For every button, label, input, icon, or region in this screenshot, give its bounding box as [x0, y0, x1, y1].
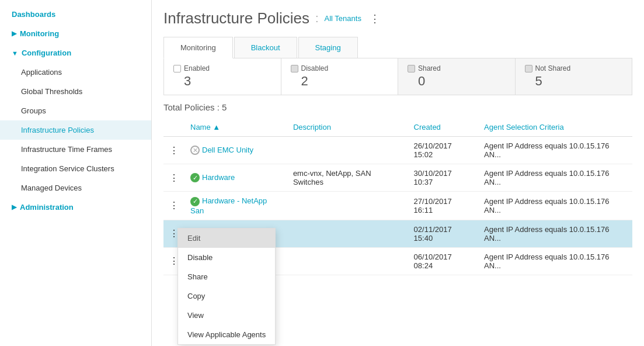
policy-agent: Agent IP Address equals 10.0.15.176 AN..…: [478, 192, 632, 220]
not-shared-label: Not Shared: [535, 64, 571, 72]
monitoring-arrow: ▶: [12, 30, 16, 37]
configuration-arrow: ▼: [12, 50, 18, 57]
managed-devices-label: Managed Devices: [21, 184, 82, 192]
col-created: Created: [408, 118, 478, 137]
row-dots-button[interactable]: ⋮: [163, 137, 185, 164]
col-agent-selection: Agent Selection Criteria: [478, 118, 632, 137]
main-content: Infrastructure Policies : All Tenants ⋮ …: [152, 0, 644, 346]
context-menu-disable[interactable]: Disable: [178, 248, 275, 267]
shared-label: Shared: [418, 64, 441, 72]
policy-created: 26/10/2017 15:02: [408, 137, 478, 164]
policy-created: 30/10/2017 10:37: [408, 164, 478, 192]
policy-description: [287, 247, 408, 275]
tenant-badge[interactable]: All Tenants: [325, 14, 361, 23]
policy-name-cell: ✓Hardware: [185, 164, 287, 192]
page-header: Infrastructure Policies : All Tenants ⋮: [163, 9, 632, 27]
tab-monitoring[interactable]: Monitoring: [163, 37, 233, 58]
tab-staging[interactable]: Staging: [298, 37, 358, 58]
row-dots-button[interactable]: ⋮: [163, 164, 185, 192]
groups-label: Groups: [21, 106, 46, 115]
sidebar-item-integration-service-clusters[interactable]: Integration Service Clusters: [0, 159, 151, 178]
status-enabled-icon: ✓: [190, 173, 200, 182]
policy-agent: Agent IP Address equals 10.0.15.176 AN..…: [478, 137, 632, 164]
sidebar-item-managed-devices[interactable]: Managed Devices: [0, 178, 151, 198]
monitoring-label: Monitoring: [20, 29, 59, 38]
sidebar-item-infrastructure-policies[interactable]: Infrastructure Policies: [0, 120, 151, 140]
sidebar-item-dashboards[interactable]: Dashboards: [0, 5, 151, 24]
infrastructure-time-frames-label: Infrastructure Time Frames: [21, 145, 112, 154]
status-enabled-icon: ✓: [190, 197, 200, 206]
global-thresholds-label: Global Thresholds: [21, 87, 82, 96]
total-policies: Total Policies : 5: [163, 102, 632, 112]
col-description: Description: [287, 118, 408, 137]
more-options-icon[interactable]: ⋮: [370, 12, 380, 25]
table-row: ⋮✓Hardwareemc-vnx, NetApp, SAN Switches3…: [163, 164, 632, 192]
sidebar-item-global-thresholds[interactable]: Global Thresholds: [0, 82, 151, 101]
sidebar-item-configuration[interactable]: ▼ Configuration: [0, 43, 151, 63]
policy-description: [287, 220, 408, 247]
context-menu-edit[interactable]: Edit: [178, 229, 275, 248]
administration-label: Administration: [20, 203, 74, 212]
applications-label: Applications: [21, 68, 62, 77]
policy-agent: Agent IP Address equals 10.0.15.176 AN..…: [478, 220, 632, 247]
sidebar-item-groups[interactable]: Groups: [0, 101, 151, 120]
disabled-icon: [291, 65, 298, 72]
table-row: ⋮✓Hardware - NetApp San27/10/2017 16:11A…: [163, 192, 632, 220]
context-menu: EditDisableShareCopyViewView Applicable …: [177, 228, 276, 345]
policy-description: [287, 192, 408, 220]
row-dots-button[interactable]: ⋮: [163, 192, 185, 220]
policy-agent: Agent IP Address equals 10.0.15.176 AN..…: [478, 164, 632, 192]
dashboards-label: Dashboards: [12, 10, 55, 19]
stats-row: Enabled 3 Disabled 2 Shared 0 Not Shared…: [163, 58, 632, 95]
col-name[interactable]: Name ▲: [185, 118, 287, 137]
shared-icon: [408, 65, 415, 72]
policy-description: emc-vnx, NetApp, SAN Switches: [287, 164, 408, 192]
sidebar-item-monitoring[interactable]: ▶ Monitoring: [0, 24, 151, 43]
context-menu-share[interactable]: Share: [178, 267, 275, 286]
sidebar-item-administration[interactable]: ▶ Administration: [0, 198, 151, 217]
sidebar-item-infrastructure-time-frames[interactable]: Infrastructure Time Frames: [0, 140, 151, 159]
not-shared-icon: [525, 65, 532, 72]
stat-not-shared[interactable]: Not Shared 5: [516, 58, 632, 95]
tab-bar: Monitoring Blackout Staging: [163, 37, 632, 58]
disabled-count: 2: [301, 74, 308, 89]
col-dots: [163, 118, 185, 137]
stat-disabled[interactable]: Disabled 2: [281, 58, 399, 95]
policy-name-cell: ✓Hardware - NetApp San: [185, 192, 287, 220]
disabled-label: Disabled: [301, 64, 329, 72]
administration-arrow: ▶: [12, 203, 16, 211]
sidebar: Dashboards ▶ Monitoring ▼ Configuration …: [0, 0, 152, 346]
header-separator: :: [315, 12, 319, 25]
configuration-label: Configuration: [22, 49, 71, 57]
policy-name-link[interactable]: Hardware: [202, 173, 235, 182]
table-row: ⋮✕Dell EMC Unity26/10/2017 15:02Agent IP…: [163, 137, 632, 164]
enabled-icon: [173, 65, 181, 72]
context-menu-view[interactable]: View: [178, 306, 275, 325]
policy-created: 06/10/2017 08:24: [408, 247, 478, 275]
policy-created: 02/11/2017 15:40: [408, 220, 478, 247]
stat-shared[interactable]: Shared 0: [398, 58, 516, 95]
enabled-count: 3: [184, 74, 191, 89]
policy-name-cell: ✕Dell EMC Unity: [185, 137, 287, 164]
policy-name-link[interactable]: Dell EMC Unity: [202, 146, 253, 154]
enabled-label: Enabled: [184, 64, 210, 72]
infrastructure-policies-label: Infrastructure Policies: [21, 126, 94, 134]
tab-blackout[interactable]: Blackout: [234, 37, 297, 58]
page-title: Infrastructure Policies: [163, 9, 309, 27]
policy-name-link[interactable]: Hardware - NetApp San: [190, 196, 267, 215]
not-shared-count: 5: [535, 74, 542, 89]
status-disabled-icon: ✕: [190, 146, 200, 155]
sidebar-item-applications[interactable]: Applications: [0, 63, 151, 82]
integration-service-clusters-label: Integration Service Clusters: [21, 164, 114, 173]
policy-agent: Agent IP Address equals 10.0.15.176 AN..…: [478, 247, 632, 275]
policy-description: [287, 137, 408, 164]
stat-enabled[interactable]: Enabled 3: [164, 58, 281, 95]
policy-created: 27/10/2017 16:11: [408, 192, 478, 220]
shared-count: 0: [418, 74, 425, 89]
context-menu-view-applicable-agents[interactable]: View Applicable Agents: [178, 325, 275, 344]
context-menu-copy[interactable]: Copy: [178, 286, 275, 306]
